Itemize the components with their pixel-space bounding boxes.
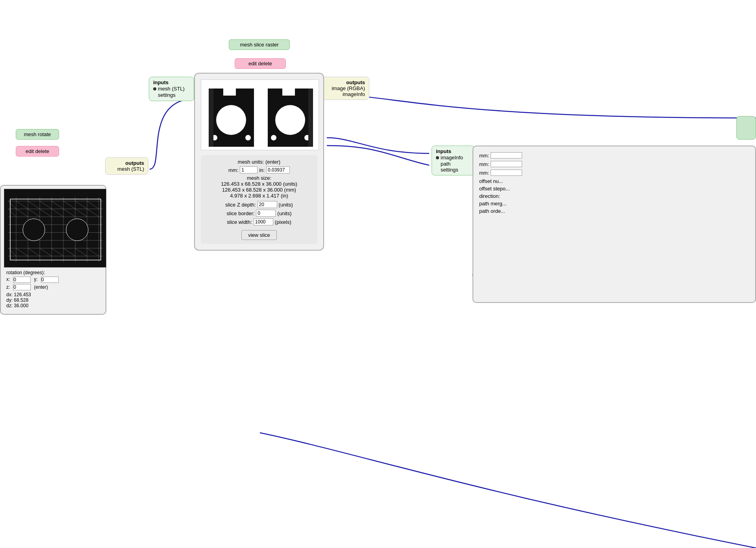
svg-point-49 [245, 135, 251, 140]
svg-point-54 [271, 135, 276, 140]
mesh-slice-raster-edit-delete[interactable]: edit delete [235, 58, 286, 69]
mm-input[interactable] [240, 166, 258, 173]
slice-z-depth-units: (units) [279, 202, 293, 208]
svg-point-53 [275, 105, 305, 135]
outputs-title: outputs [326, 79, 365, 85]
right-inputs-item-0: imageInfo [441, 155, 463, 161]
right-inputs-title: inputs [436, 148, 471, 154]
far-right-node-label [736, 116, 756, 140]
dz-label: dz: [6, 303, 13, 308]
slice-width-label: slice width: [227, 219, 252, 225]
svg-rect-46 [223, 89, 236, 96]
mesh-rotate-outputs: outputs mesh (STL) [105, 157, 148, 175]
inputs-item-1: settings [158, 92, 176, 98]
mesh-slice-settings: mesh units: (enter) mm: in: mesh size: 1… [201, 155, 317, 244]
mesh-size-3: 4.978 x 2.698 x 1.417 (in) [205, 193, 313, 199]
right-inputs-item-2: settings [441, 167, 471, 173]
view-slice-button[interactable]: view slice [241, 230, 277, 240]
slice-border-input[interactable] [256, 210, 276, 217]
y-input[interactable] [41, 277, 59, 283]
z-label: z: [6, 284, 10, 290]
right-mm-label-2: mm: [479, 170, 489, 176]
svg-rect-56 [308, 89, 313, 147]
mesh-slice-raster-outputs: outputs image (RGBA) imageInfo [322, 77, 369, 100]
inputs-item-0: mesh (STL) [158, 86, 185, 92]
in-label: in: [259, 167, 265, 173]
y-label: y: [34, 277, 37, 283]
slice-border-label: slice border: [227, 210, 255, 216]
mesh-rotate-outputs-title: outputs [109, 160, 144, 166]
svg-rect-50 [209, 89, 213, 147]
mesh-rotate-preview [4, 189, 106, 268]
right-mm-label-1: mm: [479, 161, 489, 167]
z-input[interactable] [13, 284, 31, 290]
svg-point-42 [23, 219, 45, 241]
mesh-rotate-node: rotation (degrees): x: y: z: (enter) dx:… [0, 185, 106, 315]
outputs-item-0: image (RGBA) [326, 85, 365, 91]
inputs-title: inputs [153, 79, 190, 85]
right-mm-input-2[interactable] [491, 170, 522, 176]
right-node-inputs: inputs imageInfo path settings [432, 146, 475, 175]
mesh-size-1: 126.453 x 68.528 x 36.000 (units) [205, 181, 313, 187]
mesh-slice-raster-label: mesh slice raster [229, 39, 290, 50]
slice-z-depth-input[interactable] [258, 201, 277, 208]
mesh-slice-preview [201, 79, 319, 150]
mesh-units-label: mesh units: (enter) [205, 159, 313, 165]
in-input[interactable] [266, 166, 290, 173]
dy-value: 68.528 [14, 297, 28, 303]
offset-num-label: offset nu... [479, 178, 613, 184]
enter-label: (enter) [34, 284, 48, 290]
dx-value: 126.453 [14, 292, 31, 297]
outputs-item-1: imageInfo [326, 91, 365, 97]
mesh-slice-raster-node: mesh units: (enter) mm: in: mesh size: 1… [194, 73, 324, 251]
x-input[interactable] [13, 277, 31, 283]
offset-stepo-label: offset stepo... [479, 186, 613, 192]
mesh-rotate-edit-delete[interactable]: edit delete [16, 146, 59, 157]
connector-dot-mesh [153, 87, 156, 90]
path-orde-label: path orde... [479, 208, 613, 214]
dy-label: dy: [6, 297, 13, 303]
mesh-rotate-label: mesh rotate [16, 129, 59, 140]
mesh-size-label: mesh size: [205, 175, 313, 181]
slice-width-input[interactable] [254, 218, 273, 225]
right-mm-input-0[interactable] [491, 152, 522, 159]
x-label: x: [6, 277, 10, 283]
path-merg-label: path merg... [479, 201, 613, 207]
right-inputs-item-1: path [441, 161, 471, 167]
slice-z-depth-label: slice Z depth: [225, 202, 256, 208]
mesh-slice-raster-inputs: inputs mesh (STL) settings [149, 77, 194, 101]
dx-label: dx: [6, 292, 13, 297]
slice-border-units: (units) [277, 210, 291, 216]
rotation-label: rotation (degrees): [6, 270, 100, 275]
mesh-rotate-outputs-item-0: mesh (STL) [109, 166, 144, 172]
right-node: mm: mm: mm: offset nu... offset stepo...… [472, 146, 756, 303]
mesh-size-2: 126.453 x 68.528 x 36.000 (mm) [205, 187, 313, 193]
svg-point-47 [216, 105, 246, 135]
mm-label: mm: [228, 167, 238, 173]
right-mm-label-0: mm: [479, 153, 489, 159]
right-mm-input-1[interactable] [491, 161, 522, 167]
svg-point-43 [66, 219, 88, 241]
svg-rect-52 [282, 89, 295, 96]
dz-value: 36.000 [14, 303, 28, 308]
mesh-rotate-settings: rotation (degrees): x: y: z: (enter) dx:… [4, 268, 102, 311]
slice-width-units: (pixels) [275, 219, 291, 225]
direction-label: direction: [479, 193, 613, 199]
right-connector-dot [436, 156, 439, 159]
